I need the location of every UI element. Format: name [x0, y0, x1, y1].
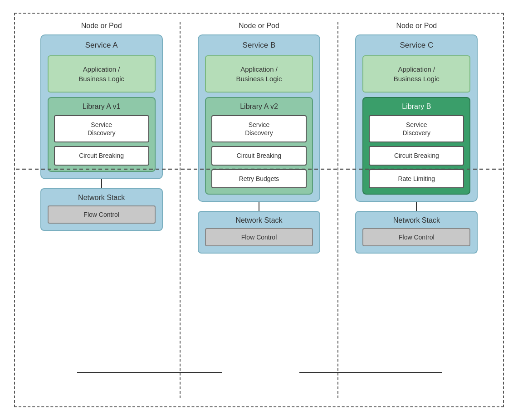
- flow-control-a: Flow Control: [48, 205, 156, 224]
- app-text-b: Application /Business Logic: [236, 64, 282, 83]
- node-col-c: Node or Pod Service C Application /Busin…: [338, 22, 495, 398]
- feature-service-discovery-b: ServiceDiscovery: [211, 115, 307, 142]
- network-box-b: Network Stack Flow Control: [198, 211, 320, 254]
- connector-a: [101, 179, 102, 188]
- service-box-a: Service A Application /Business Logic Li…: [40, 34, 163, 179]
- service-box-b: Service B Application /Business Logic Li…: [198, 34, 320, 202]
- app-box-a: Application /Business Logic: [48, 55, 156, 93]
- network-label-a: Network Stack: [48, 194, 156, 202]
- library-label-a: Library A v1: [54, 103, 149, 111]
- feature-rate-limiting-c: Rate Limiting: [369, 169, 464, 188]
- flow-control-c: Flow Control: [362, 228, 470, 246]
- network-label-c: Network Stack: [362, 216, 470, 225]
- service-label-a: Service A: [48, 41, 156, 50]
- library-label-b: Library A v2: [211, 103, 307, 111]
- feature-circuit-breaking-a: Circuit Breaking: [54, 146, 149, 165]
- flow-control-b: Flow Control: [205, 228, 313, 246]
- node-col-b: Node or Pod Service B Application /Busin…: [181, 22, 338, 398]
- feature-circuit-breaking-b: Circuit Breaking: [211, 146, 307, 165]
- network-label-b: Network Stack: [205, 216, 313, 225]
- node-label-c: Node or Pod: [396, 22, 437, 30]
- network-box-a: Network Stack Flow Control: [40, 188, 163, 231]
- feature-circuit-breaking-c: Circuit Breaking: [369, 146, 464, 165]
- service-box-c: Service C Application /Business Logic Li…: [355, 34, 478, 202]
- node-col-a: Node or Pod Service A Application /Busin…: [23, 22, 181, 398]
- app-text-a: Application /Business Logic: [78, 64, 124, 83]
- library-box-c: Library B ServiceDiscovery Circuit Break…: [362, 97, 470, 195]
- library-box-b: Library A v2 ServiceDiscovery Circuit Br…: [205, 97, 313, 195]
- library-box-a: Library A v1 ServiceDiscovery Circuit Br…: [48, 97, 156, 172]
- feature-service-discovery-c: ServiceDiscovery: [369, 115, 464, 142]
- service-label-c: Service C: [362, 41, 470, 50]
- feature-service-discovery-a: ServiceDiscovery: [54, 115, 149, 142]
- app-text-c: Application /Business Logic: [394, 64, 440, 83]
- app-box-b: Application /Business Logic: [205, 55, 313, 93]
- diagram-container: Node or Pod Service A Application /Busin…: [14, 13, 504, 407]
- feature-retry-budgets-b: Retry Budgets: [211, 169, 307, 188]
- connector-b: [259, 202, 259, 211]
- node-label-a: Node or Pod: [81, 22, 122, 30]
- connector-c: [416, 202, 417, 211]
- library-label-c: Library B: [369, 103, 464, 111]
- service-label-b: Service B: [205, 41, 313, 50]
- network-box-c: Network Stack Flow Control: [355, 211, 478, 254]
- app-box-c: Application /Business Logic: [362, 55, 470, 93]
- node-label-b: Node or Pod: [239, 22, 279, 30]
